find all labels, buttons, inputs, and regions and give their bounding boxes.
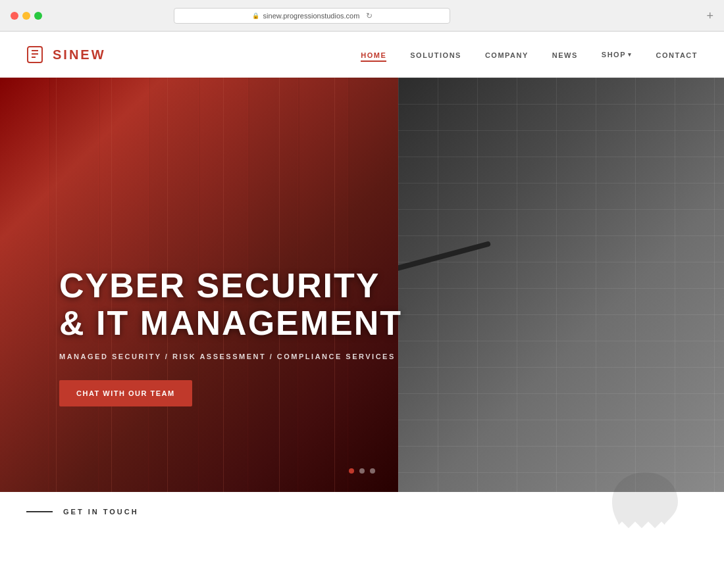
hero-right-panel [398, 78, 724, 492]
nav-link-shop[interactable]: SHOP ▾ [602, 51, 633, 59]
reload-icon[interactable]: ↻ [366, 11, 373, 20]
nav-item-solutions[interactable]: SOLUTIONS [410, 49, 461, 61]
url-bar[interactable]: 🔒 sinew.progressionstudios.com ↻ [174, 8, 450, 24]
website-container: SINEW HOME SOLUTIONS COMPANY NEWS SHOP ▾ [0, 32, 724, 588]
browser-chrome: 🔒 sinew.progressionstudios.com ↻ + [0, 0, 724, 32]
maximize-button[interactable] [34, 12, 42, 20]
nav-item-contact[interactable]: CONTACT [656, 49, 698, 61]
logo-text: SINEW [53, 47, 106, 62]
decorative-shape [606, 466, 685, 531]
nav-item-home[interactable]: HOME [361, 49, 386, 61]
navbar: SINEW HOME SOLUTIONS COMPANY NEWS SHOP ▾ [0, 32, 724, 78]
traffic-lights [11, 12, 42, 20]
building-grid [398, 78, 724, 492]
hero-section: CYBER SECURITY & IT MANAGEMENT MANAGED S… [0, 78, 724, 492]
minimize-button[interactable] [22, 12, 30, 20]
slide-dot-1[interactable] [349, 468, 354, 474]
nav-links: HOME SOLUTIONS COMPANY NEWS SHOP ▾ CONTA… [361, 49, 698, 61]
slide-dots [349, 468, 375, 474]
hero-subtitle: MANAGED SECURITY / RISK ASSESSMENT / COM… [59, 353, 402, 360]
logo-link[interactable]: SINEW [26, 44, 106, 65]
bottom-section: GET IN TOUCH [0, 492, 724, 531]
cta-button[interactable]: Chat with our team [59, 380, 192, 406]
lock-icon: 🔒 [252, 12, 259, 19]
hero-content: CYBER SECURITY & IT MANAGEMENT MANAGED S… [59, 267, 402, 406]
nav-item-shop[interactable]: SHOP ▾ [602, 51, 633, 59]
chevron-down-icon: ▾ [628, 51, 633, 58]
nav-item-news[interactable]: NEWS [552, 49, 578, 61]
nav-link-news[interactable]: NEWS [552, 51, 578, 59]
slide-dot-3[interactable] [370, 468, 375, 474]
logo-icon [26, 44, 47, 65]
nav-link-home[interactable]: HOME [361, 51, 386, 62]
hero-title: CYBER SECURITY & IT MANAGEMENT [59, 267, 402, 342]
slide-dot-2[interactable] [359, 468, 365, 474]
nav-item-company[interactable]: COMPANY [485, 49, 529, 61]
section-line [26, 511, 53, 512]
nav-link-company[interactable]: COMPANY [485, 51, 529, 59]
close-button[interactable] [11, 12, 18, 20]
nav-link-solutions[interactable]: SOLUTIONS [410, 51, 461, 59]
section-title: GET IN TOUCH [63, 508, 139, 516]
security-camera [398, 241, 490, 246]
nav-link-contact[interactable]: CONTACT [656, 51, 698, 59]
new-tab-button[interactable]: + [706, 10, 713, 22]
url-text: sinew.progressionstudios.com [263, 12, 360, 20]
